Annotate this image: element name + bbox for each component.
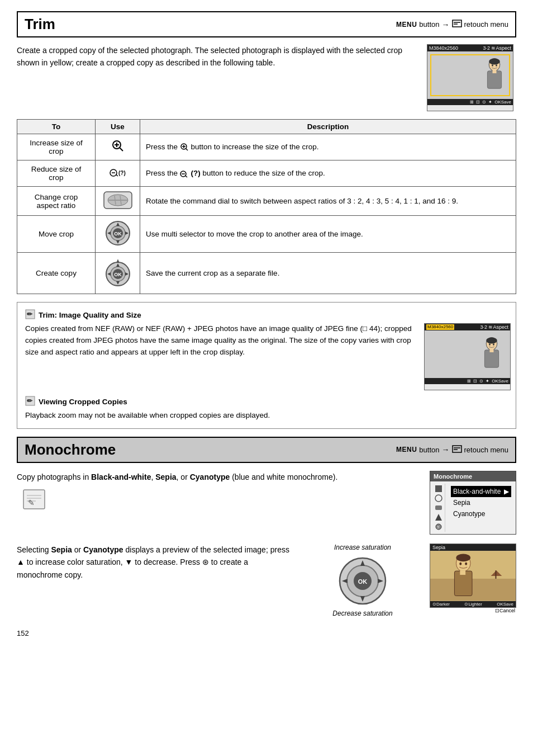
trim-note-quality-text: Copies created from NEF (RAW) or NEF (RA… bbox=[25, 323, 417, 358]
trim-note-quality-title-text: Trim: Image Quality and Size bbox=[39, 311, 141, 319]
retouch-menu-icon bbox=[452, 20, 462, 29]
svg-rect-84 bbox=[460, 570, 465, 575]
mono-menu-header: Monochrome bbox=[430, 471, 516, 481]
mono-note-icon-box: ✎ bbox=[22, 489, 421, 512]
trim-row4-to: Move crop bbox=[17, 216, 96, 253]
mono-body: Selecting Sepia or Cyanotype displays a … bbox=[17, 544, 516, 618]
svg-line-10 bbox=[120, 148, 123, 151]
svg-point-65 bbox=[435, 495, 442, 502]
trim-row1-desc: Press the button to increase the size of… bbox=[140, 134, 516, 160]
trim-note-quality-body: Copies created from NEF (RAW) or NEF (RA… bbox=[25, 323, 508, 390]
svg-point-7 bbox=[492, 64, 493, 67]
svg-line-22 bbox=[185, 176, 187, 177]
svg-text:OK: OK bbox=[358, 578, 368, 585]
mono-intro-text: Copy photographs in Black-and-white, Sep… bbox=[17, 471, 421, 483]
trim-table: To Use Description Increase size of crop… bbox=[17, 119, 516, 294]
trim-note-quality: ✏ Trim: Image Quality and Size Copies cr… bbox=[25, 309, 508, 390]
trim-row5-desc: Save the current crop as a separate file… bbox=[140, 253, 516, 294]
trim-note-viewing: ✏ Viewing Cropped Copies Playback zoom m… bbox=[25, 396, 508, 422]
mono-option-sepia: Sepia bbox=[453, 497, 509, 508]
mono-menu-preview: Monochrome ? Black-and-white ▶ Sepia bbox=[430, 471, 516, 535]
table-row: Create copy OK bbox=[17, 253, 516, 294]
trim-camera-preview: M3840x2560 3·2 ≋Aspect bbox=[427, 44, 516, 111]
svg-point-82 bbox=[456, 554, 470, 561]
trim-note-viewing-text: Playback zoom may not be available when … bbox=[25, 410, 508, 422]
svg-rect-64 bbox=[435, 485, 442, 492]
note-pencil-icon-2: ✏ bbox=[25, 396, 35, 408]
sepia-preview-bottom: ⊙Darker ⊙Lighter OKSave bbox=[430, 601, 516, 607]
svg-rect-80 bbox=[430, 579, 516, 601]
svg-point-53 bbox=[493, 343, 494, 346]
svg-rect-6 bbox=[493, 70, 497, 73]
trim-menu-ref: MENU button → retouch menu bbox=[396, 20, 508, 29]
trim-row3-use bbox=[96, 187, 140, 216]
trim-camera-screen-img bbox=[427, 51, 513, 99]
trim-note-camera: M3840x2560 3·2 ≋Aspect bbox=[424, 323, 508, 390]
trim-menu-word: MENU bbox=[396, 21, 417, 29]
table-row: Change crop aspect ratio Rotate the comm… bbox=[17, 187, 516, 216]
mono-title: Monochrome bbox=[25, 441, 116, 459]
mono-body-right: Increase saturation OK Decrease saturati… bbox=[307, 544, 418, 618]
mono-multi-selector: OK bbox=[339, 557, 387, 605]
trim-title: Trim bbox=[25, 16, 55, 33]
svg-point-85 bbox=[459, 563, 461, 565]
mono-button-text: button bbox=[419, 446, 439, 454]
svg-point-4 bbox=[489, 58, 500, 64]
mono-intro: Copy photographs in Black-and-white, Sep… bbox=[17, 471, 516, 535]
svg-text:OK: OK bbox=[114, 272, 122, 277]
zoom-out-icon: (?) bbox=[109, 172, 127, 180]
trim-row4-desc: Use multi selector to move the crop to a… bbox=[140, 216, 516, 253]
trim-arrow: → bbox=[442, 20, 450, 29]
trim-row2-use: (?) bbox=[96, 160, 140, 187]
mono-menu-ref: MENU button → retouch menu bbox=[396, 445, 508, 455]
trim-section-header: Trim MENU button → retouch menu bbox=[17, 11, 516, 37]
sepia-preview-screen: Sepia bbox=[430, 544, 516, 608]
svg-point-52 bbox=[489, 343, 491, 346]
table-row: Reduce size of crop (?) Press the (?) bbox=[17, 160, 516, 187]
svg-marker-67 bbox=[435, 514, 442, 521]
mono-section-header: Monochrome MENU button → retouch menu bbox=[17, 437, 516, 463]
trim-row5-use: OK bbox=[96, 253, 140, 294]
sepia-cancel-label: ⊡Cancel bbox=[430, 608, 516, 613]
svg-marker-45 bbox=[117, 259, 119, 262]
svg-rect-0 bbox=[453, 20, 461, 27]
trim-note-quality-title: ✏ Trim: Image Quality and Size bbox=[25, 309, 508, 321]
multi-selector-icon: OK bbox=[105, 239, 131, 248]
sepia-preview-top: Sepia bbox=[430, 544, 516, 551]
trim-camera-screen-top: M3840x2560 3·2 ≋Aspect bbox=[427, 45, 513, 51]
table-row: Move crop OK Use multi selector to mo bbox=[17, 216, 516, 253]
command-dial-icon bbox=[103, 202, 132, 211]
trim-camera-screen: M3840x2560 3·2 ≋Aspect bbox=[427, 44, 513, 111]
trim-table-header-use: Use bbox=[96, 120, 140, 134]
trim-row1-use bbox=[96, 134, 140, 160]
create-copy-icon: OK bbox=[105, 281, 131, 289]
note-pencil-icon: ✏ bbox=[25, 309, 35, 321]
trim-note-box: ✏ Trim: Image Quality and Size Copies cr… bbox=[17, 302, 516, 429]
mono-option-cyanotype: Cyanotype bbox=[453, 508, 509, 519]
mono-retouch-label: retouch menu bbox=[464, 446, 509, 454]
trim-note-camera-bottom: ⊞ ⊡ ⊙ ✦ OKSave bbox=[425, 378, 510, 384]
trim-row3-to: Change crop aspect ratio bbox=[17, 187, 96, 216]
trim-note-camera-top: M3840x2560 3·2 ≋Aspect bbox=[425, 324, 510, 330]
trim-row2-desc: Press the (?) button to reduce the size … bbox=[140, 160, 516, 187]
svg-rect-50 bbox=[484, 350, 498, 368]
zoom-in-icon bbox=[111, 139, 125, 155]
trim-table-header-to: To bbox=[17, 120, 96, 134]
trim-intro: Create a cropped copy of the selected ph… bbox=[17, 44, 516, 111]
svg-rect-66 bbox=[435, 505, 442, 510]
svg-point-49 bbox=[486, 337, 497, 343]
mono-option-bw: Black-and-white ▶ bbox=[451, 486, 511, 497]
trim-row2-to: Reduce size of crop bbox=[17, 160, 96, 187]
decrease-saturation-label: Decrease saturation bbox=[332, 609, 392, 618]
trim-note-camera-img bbox=[425, 330, 510, 378]
svg-rect-5 bbox=[487, 71, 501, 89]
mono-menu-word: MENU bbox=[396, 446, 417, 453]
trim-note-viewing-title-text: Viewing Cropped Copies bbox=[39, 398, 127, 406]
trim-row1-to: Increase size of crop bbox=[17, 134, 96, 160]
svg-rect-51 bbox=[490, 349, 494, 352]
trim-note-camera-screen: M3840x2560 3·2 ≋Aspect bbox=[424, 323, 511, 390]
mono-retouch-icon bbox=[452, 445, 462, 455]
svg-point-86 bbox=[465, 563, 467, 565]
svg-line-14 bbox=[185, 149, 188, 151]
trim-camera-screen-bottom: ⊞ ⊡ ⊙ ✦ OKSave bbox=[427, 99, 513, 105]
